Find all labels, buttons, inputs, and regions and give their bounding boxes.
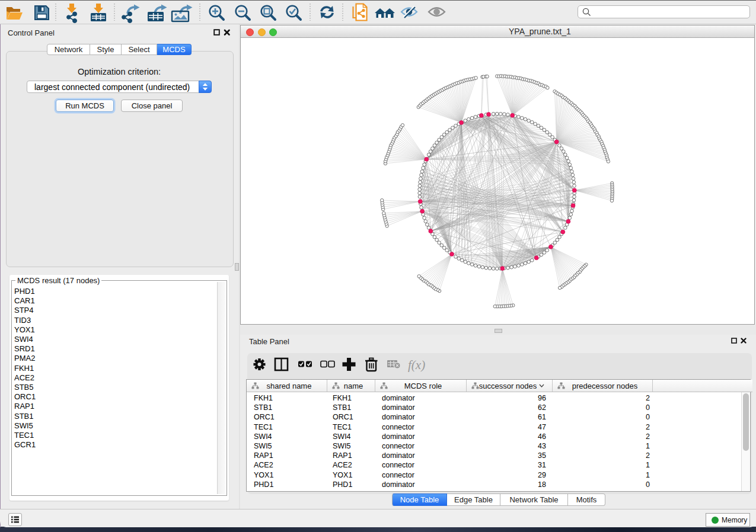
svg-text:f(x): f(x) bbox=[408, 358, 425, 372]
